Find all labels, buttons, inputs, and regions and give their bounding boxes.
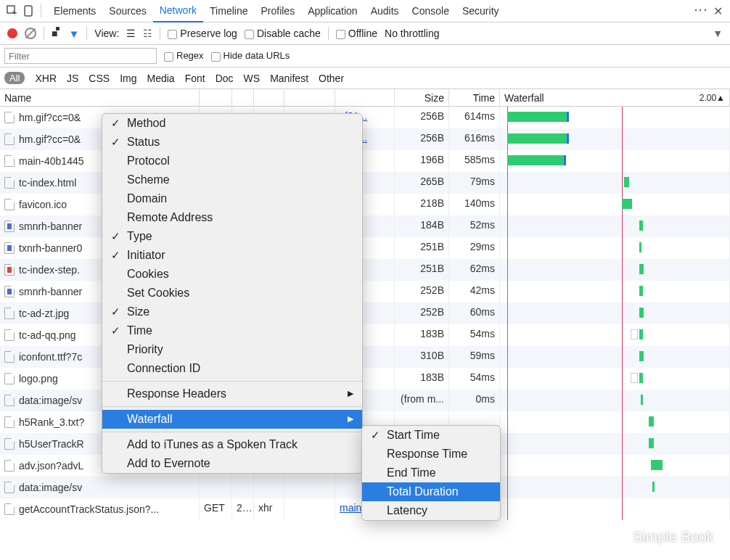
tab-profiles[interactable]: Profiles — [254, 0, 301, 22]
file-name: tc-ad-qq.png — [19, 329, 76, 341]
camera-icon[interactable]: ■ — [52, 28, 61, 39]
tab-application[interactable]: Application — [301, 0, 364, 22]
inspect-icon[interactable] — [6, 4, 19, 17]
submenu-response-time[interactable]: Response Time — [362, 445, 500, 464]
chip-other[interactable]: Other — [319, 73, 344, 84]
regex-checkbox[interactable]: Regex — [164, 50, 204, 61]
waterfall-cell — [500, 172, 730, 194]
chip-css[interactable]: CSS — [89, 73, 110, 84]
device-icon[interactable] — [22, 4, 35, 17]
menu-type[interactable]: Type — [102, 227, 362, 246]
file-icon — [4, 221, 15, 232]
waterfall-cell — [500, 281, 730, 302]
throttling-select[interactable]: No throttling — [385, 28, 439, 39]
file-name: smnrh-banner — [19, 221, 82, 232]
chip-doc[interactable]: Doc — [216, 73, 234, 84]
header-name[interactable]: Name — [0, 89, 200, 106]
filter-row: Regex Hide data URLs — [0, 45, 730, 67]
file-icon — [4, 308, 15, 319]
tab-timeline[interactable]: Timeline — [203, 0, 254, 22]
header-initiator2[interactable] — [335, 89, 395, 106]
file-name: tc-index.html — [19, 177, 76, 189]
chip-media[interactable]: Media — [147, 73, 175, 84]
divider — [102, 381, 362, 382]
file-name: favicon.ico — [19, 199, 67, 210]
menu-waterfall[interactable]: Waterfall — [102, 410, 362, 429]
header-method[interactable] — [200, 89, 232, 106]
file-name: smnrh-banner — [19, 286, 82, 297]
menu-response-headers[interactable]: Response Headers — [102, 384, 362, 403]
header-size[interactable]: Size — [395, 89, 449, 106]
chip-all[interactable]: All — [4, 72, 25, 84]
divider — [44, 27, 44, 40]
dropdown-arrow-icon[interactable]: ▼ — [713, 28, 723, 39]
tab-elements[interactable]: Elements — [47, 0, 102, 22]
close-icon[interactable]: ✕ — [711, 4, 724, 17]
submenu-start-time[interactable]: Start Time — [362, 426, 500, 445]
waterfall-cell — [500, 477, 730, 498]
disable-cache-checkbox[interactable]: Disable cache — [245, 28, 321, 39]
record-icon[interactable] — [7, 28, 17, 38]
menu-protocol[interactable]: Protocol — [102, 152, 362, 170]
tab-audits[interactable]: Audits — [364, 0, 406, 22]
detail-view-icon[interactable]: ☷ — [143, 28, 152, 39]
tab-sources[interactable]: Sources — [102, 0, 152, 22]
file-icon — [4, 438, 15, 450]
file-icon — [4, 155, 15, 167]
list-view-icon[interactable]: ☰ — [126, 28, 136, 39]
submenu-latency[interactable]: Latency — [362, 501, 500, 520]
waterfall-cell — [500, 346, 730, 368]
chip-xhr[interactable]: XHR — [35, 73, 57, 84]
waterfall-submenu: Start TimeResponse TimeEnd TimeTotal Dur… — [361, 425, 501, 521]
file-name: iconfont.ttf?7c — [19, 351, 82, 363]
menu-remote-address[interactable]: Remote Address — [102, 208, 362, 227]
chip-img[interactable]: Img — [120, 73, 136, 84]
divider — [86, 27, 87, 40]
header-time[interactable]: Time — [449, 89, 500, 106]
filter-icon[interactable]: ▼ — [68, 28, 79, 40]
more-icon[interactable]: ⋮ — [693, 4, 709, 18]
header-initiator[interactable] — [284, 89, 335, 106]
chip-js[interactable]: JS — [67, 73, 78, 84]
menu-initiator[interactable]: Initiator — [102, 246, 362, 265]
file-icon — [4, 133, 15, 145]
menu-status[interactable]: Status — [102, 133, 362, 152]
menu-set-cookies[interactable]: Set Cookies — [102, 284, 362, 302]
waterfall-cell — [500, 215, 730, 237]
filter-input[interactable] — [4, 48, 157, 64]
tab-console[interactable]: Console — [406, 0, 456, 22]
submenu-end-time[interactable]: End Time — [362, 464, 500, 482]
menu-time[interactable]: Time — [102, 321, 362, 340]
file-icon — [4, 373, 15, 384]
tab-network[interactable]: Network — [153, 0, 203, 22]
menu-domain[interactable]: Domain — [102, 189, 362, 208]
clear-icon[interactable] — [25, 28, 36, 39]
columns-context-menu: MethodStatusProtocolSchemeDomainRemote A… — [102, 113, 363, 474]
offline-checkbox[interactable]: Offline — [336, 28, 377, 39]
header-waterfall[interactable]: Waterfall 2.00▲ — [500, 89, 730, 106]
tab-security[interactable]: Security — [456, 0, 506, 22]
preserve-log-checkbox[interactable]: Preserve log — [168, 28, 237, 39]
menu-connection-id[interactable]: Connection ID — [102, 359, 362, 378]
header-status[interactable] — [232, 89, 254, 106]
menu-add-evernote[interactable]: Add to Evernote — [102, 454, 362, 473]
chip-manifest[interactable]: Manifest — [270, 73, 308, 84]
file-icon — [4, 329, 15, 341]
menu-method[interactable]: Method — [102, 114, 362, 133]
type-filter-chips: AllXHRJSCSSImgMediaFontDocWSManifestOthe… — [0, 67, 730, 89]
menu-scheme[interactable]: Scheme — [102, 170, 362, 189]
devtools-tabs-bar: ElementsSourcesNetworkTimelineProfilesAp… — [0, 0, 730, 22]
menu-priority[interactable]: Priority — [102, 340, 362, 359]
hide-data-urls-checkbox[interactable]: Hide data URLs — [211, 50, 290, 61]
chip-font[interactable]: Font — [185, 73, 205, 84]
menu-add-itunes[interactable]: Add to iTunes as a Spoken Track — [102, 435, 362, 454]
menu-cookies[interactable]: Cookies — [102, 265, 362, 284]
waterfall-cell — [500, 194, 730, 215]
header-type[interactable] — [254, 89, 284, 106]
menu-size[interactable]: Size — [102, 302, 362, 321]
file-name: data:image/sv — [19, 482, 82, 493]
file-icon — [4, 395, 15, 406]
chip-ws[interactable]: WS — [244, 73, 261, 84]
submenu-total-duration[interactable]: Total Duration — [362, 482, 500, 501]
file-icon — [4, 416, 15, 428]
